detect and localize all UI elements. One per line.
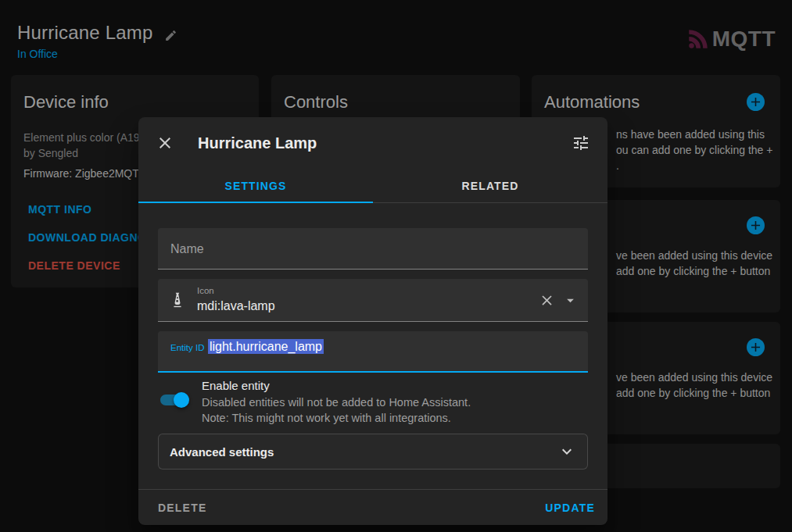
advanced-settings-expander[interactable]: Advanced settings xyxy=(158,434,588,470)
advanced-settings-label: Advanced settings xyxy=(170,445,274,459)
delete-button[interactable]: DELETE xyxy=(158,502,206,514)
dialog-body: Name Icon mdi:lava-lamp xyxy=(138,203,607,470)
name-label: Name xyxy=(158,228,588,270)
enable-entity-toggle[interactable] xyxy=(159,392,189,408)
dialog-tabs: SETTINGS RELATED xyxy=(138,169,607,203)
dialog-title: Hurricane Lamp xyxy=(198,134,317,152)
clear-icon[interactable] xyxy=(539,292,555,309)
icon-field-text: Icon mdi:lava-lamp xyxy=(197,286,539,314)
entity-id-value: light.hurricane_lamp xyxy=(208,339,324,354)
enable-entity-description: Disabled entities will not be added to H… xyxy=(202,395,471,410)
enable-entity-note: Note: This might not work yet with all i… xyxy=(202,410,471,426)
chevron-down-icon xyxy=(557,442,576,461)
dropdown-caret-icon[interactable] xyxy=(562,292,579,309)
icon-value: mdi:lava-lamp xyxy=(197,298,539,314)
icon-input[interactable]: Icon mdi:lava-lamp xyxy=(158,279,588,322)
enable-entity-text: Enable entity Disabled entities will not… xyxy=(202,379,471,426)
dialog-header: Hurricane Lamp xyxy=(138,117,607,169)
tune-icon[interactable] xyxy=(572,134,590,152)
tab-related[interactable]: RELATED xyxy=(373,169,607,202)
entity-id-label: Entity ID xyxy=(170,343,204,352)
update-button[interactable]: UPDATE xyxy=(545,502,595,514)
enable-entity-label: Enable entity xyxy=(202,379,471,393)
entity-settings-dialog: Hurricane Lamp SETTINGS RELATED Name Ico… xyxy=(138,117,607,525)
enable-entity-row: Enable entity Disabled entities will not… xyxy=(158,379,588,426)
name-input[interactable]: Name xyxy=(158,228,588,270)
entity-id-input[interactable]: Entity ID light.hurricane_lamp xyxy=(158,331,588,373)
icon-label: Icon xyxy=(197,286,539,296)
close-icon[interactable] xyxy=(156,134,174,152)
tab-settings[interactable]: SETTINGS xyxy=(138,169,373,202)
toggle-thumb xyxy=(174,392,189,408)
entity-id-value-wrap: light.hurricane_lamp xyxy=(208,340,324,353)
lava-lamp-icon xyxy=(169,291,186,309)
dialog-footer: DELETE UPDATE xyxy=(138,489,607,525)
